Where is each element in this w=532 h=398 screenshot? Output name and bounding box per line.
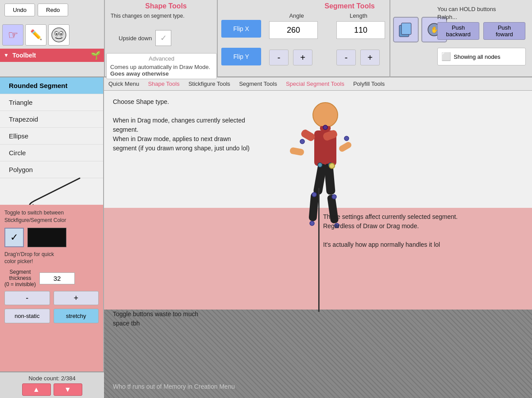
- toolbelt-arrow-icon: ▼: [4, 52, 9, 58]
- toolbelt-label: Toolbelt: [12, 52, 36, 59]
- thickness-label: Segmentthickness(0 = invisible): [4, 269, 36, 287]
- menu-stickfigure-tools[interactable]: Stickfigure Tools: [189, 80, 230, 87]
- node-count-label: Node count: 2/384: [28, 375, 75, 382]
- left-sidebar: Rounded Segment Triangle Trapezoid Ellip…: [0, 77, 104, 371]
- shape-tools-title: Shape Tools: [115, 2, 217, 10]
- shape-tools-desc: This changes on segment type.: [111, 12, 217, 20]
- shape-item-circle[interactable]: Circle: [0, 145, 103, 161]
- toolbelt-bar[interactable]: ▼ Toolbelt 🌱: [0, 49, 104, 62]
- upside-down-label: Upside down: [119, 35, 152, 42]
- toggle-waste-text: Toggle buttons waste too muchspace tbh: [113, 310, 198, 328]
- angle-plus-button[interactable]: +: [293, 50, 312, 65]
- svg-point-0: [52, 28, 66, 42]
- svg-point-23: [344, 136, 349, 141]
- troll-face-icon[interactable]: [48, 24, 69, 46]
- shape-item-rounded-segment[interactable]: Rounded Segment: [0, 77, 103, 94]
- memory-note: Who tf runs out of Memory in Creation Me…: [113, 383, 235, 391]
- pointer-tool-icon[interactable]: ☞: [2, 24, 23, 46]
- shape-type-description: Choose Shape type. When in Drag mode, ch…: [113, 97, 250, 153]
- showing-nodes-button[interactable]: ⬜ Showing all nodes: [437, 48, 526, 65]
- color-toggle-checkbox[interactable]: ✓: [4, 228, 24, 247]
- auto-draw-text: Comes up automatically in Draw Mode.: [110, 64, 213, 70]
- svg-rect-14: [289, 147, 305, 156]
- shape-item-trapezoid[interactable]: Trapezoid: [0, 111, 103, 128]
- menu-polyfill-tools[interactable]: Polyfill Tools: [353, 80, 385, 87]
- svg-point-3: [56, 33, 58, 35]
- plant-icon: 🌱: [91, 50, 100, 60]
- main-canvas: Choose Shape type. When in Drag mode, ch…: [104, 91, 532, 398]
- nav-down-button[interactable]: ▼: [54, 383, 82, 396]
- color-section: Toggle to switch betweenStickfigure/Segm…: [0, 205, 103, 371]
- svg-point-10: [313, 103, 338, 127]
- hold-text: You can HOLD buttonsRalph...: [437, 5, 496, 21]
- length-plus-button[interactable]: +: [360, 50, 380, 65]
- divider-mid: [217, 0, 218, 80]
- shape-list: Rounded Segment Triangle Trapezoid Ellip…: [0, 77, 103, 178]
- divider-right: [389, 0, 390, 80]
- upside-down-row: Upside down ✓: [119, 30, 171, 46]
- thickness-input[interactable]: [39, 272, 75, 284]
- divider-left: [104, 0, 105, 80]
- nodes-icon: ⬜: [441, 52, 451, 61]
- nav-buttons: ▲ ▼: [22, 383, 82, 396]
- nav-up-button[interactable]: ▲: [22, 383, 51, 396]
- toggle-note: Toggle to switch betweenStickfigure/Segm…: [4, 209, 99, 224]
- angle-input[interactable]: 260: [269, 21, 318, 39]
- angle-label: Angle: [279, 12, 314, 19]
- pen-tool-icon[interactable]: ✏️: [25, 24, 46, 46]
- menu-quick[interactable]: Quick Menu: [108, 80, 139, 87]
- flip-y-button[interactable]: Flip Y: [221, 48, 261, 65]
- push-backward-button[interactable]: Pushbackward: [437, 22, 479, 40]
- goes-away-text: Goes away otherwise: [110, 70, 213, 77]
- settings-description: These settings affect currently selected…: [323, 212, 458, 249]
- flip-x-button[interactable]: Flip X: [221, 20, 261, 38]
- segment-tools-title: Segment Tools: [274, 2, 425, 10]
- angle-minus-button[interactable]: -: [269, 50, 289, 65]
- tool-icons-group: ☞ ✏️: [2, 24, 69, 46]
- undo-button[interactable]: Undo: [4, 4, 35, 16]
- hold-text-content: You can HOLD buttonsRalph...: [437, 6, 496, 20]
- svg-point-27: [312, 192, 316, 197]
- svg-rect-16: [338, 141, 353, 153]
- thickness-row: Segmentthickness(0 = invisible): [4, 269, 99, 287]
- vertical-line-annotation: [318, 188, 320, 312]
- svg-point-4: [60, 33, 62, 35]
- svg-point-22: [300, 139, 305, 144]
- color-controls: ✓: [4, 228, 99, 247]
- svg-point-26: [329, 163, 335, 168]
- thickness-plus-button[interactable]: +: [54, 291, 99, 305]
- stretchy-button[interactable]: stretchy: [54, 309, 99, 323]
- menu-segment-tools[interactable]: Segment Tools: [239, 80, 277, 87]
- svg-point-24: [318, 163, 322, 167]
- upside-down-checkbox[interactable]: ✓: [155, 30, 171, 46]
- svg-point-21: [323, 125, 328, 130]
- arrow-annotation-area: [0, 178, 103, 205]
- bottom-bar: Node count: 2/384 ▲ ▼: [0, 371, 104, 398]
- length-label: Length: [341, 12, 376, 19]
- menu-special-segment-tools[interactable]: Special Segment Tools: [286, 80, 344, 87]
- length-input[interactable]: 110: [336, 21, 385, 39]
- shape-item-triangle[interactable]: Triangle: [0, 94, 103, 111]
- segment-icon-copy-button[interactable]: [393, 17, 419, 42]
- redo-button[interactable]: Redo: [38, 4, 68, 16]
- non-static-button[interactable]: non-static: [4, 309, 50, 323]
- stickfigure: [281, 100, 370, 278]
- advanced-tooltip: Advanced Comes up automatically in Draw …: [106, 53, 217, 79]
- thickness-minus-button[interactable]: -: [4, 291, 50, 305]
- menu-shape-tools[interactable]: Shape Tools: [148, 80, 179, 87]
- svg-rect-6: [401, 23, 411, 34]
- undo-redo-group: Undo Redo: [4, 4, 68, 16]
- push-forward-button[interactable]: Pushfoward: [483, 22, 525, 40]
- static-stretchy-group: non-static stretchy: [4, 309, 99, 323]
- color-swatch[interactable]: [27, 228, 66, 247]
- svg-point-28: [332, 195, 336, 199]
- length-minus-button[interactable]: -: [336, 50, 356, 65]
- showing-nodes-label: Showing all nodes: [454, 54, 501, 60]
- svg-point-29: [310, 221, 314, 226]
- drag-drop-note: Drag'n'Drop for quickcolor picker!: [4, 251, 99, 266]
- menu-bar: Quick Menu Shape Tools Stickfigure Tools…: [104, 77, 532, 91]
- shape-item-ellipse[interactable]: Ellipse: [0, 128, 103, 145]
- thickness-buttons: - +: [4, 291, 99, 305]
- advanced-title: Advanced: [110, 55, 213, 62]
